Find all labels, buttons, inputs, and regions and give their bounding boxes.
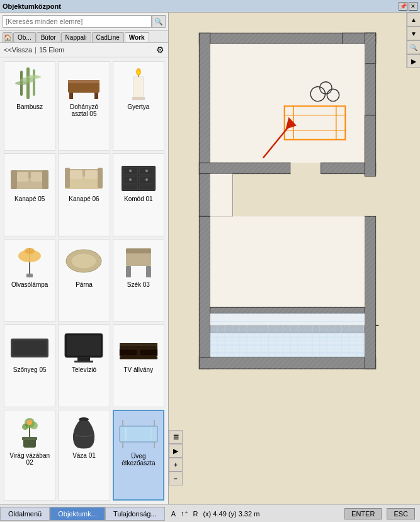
item-thumb-vase (62, 413, 106, 451)
cad-panel: ▲ ▼ 🔍 ▶ ☰ ▶ + − (169, 13, 420, 504)
item-label-sofa1: Kanapé 05 (14, 195, 45, 202)
item-chair[interactable]: Szék 03 (113, 239, 164, 322)
oldalMenu-button[interactable]: Oldalmenü (0, 507, 50, 521)
cad-tool-zoom[interactable]: 🔍 (407, 40, 420, 54)
cad-tool-plus[interactable]: + (169, 458, 183, 472)
item-vase[interactable]: Váza 01 (58, 410, 110, 501)
item-label-dresser: Komód 01 (124, 195, 153, 202)
search-bar: 🔍 (0, 13, 168, 31)
cad-tool-right[interactable]: ▶ (169, 444, 183, 458)
svg-point-66 (79, 417, 89, 421)
search-input[interactable] (3, 15, 152, 28)
svg-point-34 (129, 170, 132, 172)
item-sofa1[interactable]: Kanapé 05 (4, 153, 55, 236)
svg-rect-20 (31, 172, 42, 182)
close-button[interactable]: ✕ (409, 2, 417, 11)
app-container: Objektumközpont 📌 ✕ 🔍 🏠 Ob... Bútor Napp… (0, 0, 420, 522)
svg-rect-25 (70, 170, 82, 179)
svg-rect-146 (210, 307, 365, 313)
svg-rect-7 (69, 93, 73, 99)
svg-rect-10 (133, 77, 144, 99)
item-thumb-rug (8, 327, 52, 365)
item-pillow[interactable]: Párna (58, 239, 110, 322)
item-dresser[interactable]: Komód 01 (113, 153, 164, 236)
svg-point-43 (71, 253, 96, 269)
coord-arrow-icon: ↑⁺ (181, 509, 188, 518)
objektumk-button[interactable]: Objektumk... (50, 507, 105, 521)
svg-rect-52 (77, 357, 90, 361)
item-lamp[interactable]: Olvasólámpa (4, 239, 55, 322)
item-label-lamp: Olvasólámpa (11, 281, 48, 288)
item-label-tv: Televízió (72, 366, 96, 373)
coord-values: (x) 4.49 (y) 3.32 m (203, 510, 259, 518)
svg-rect-33 (139, 185, 154, 190)
item-tv[interactable]: Televízió (58, 324, 110, 407)
breadcrumb-sep: | (35, 46, 37, 54)
esc-button[interactable]: ESC (387, 508, 415, 519)
item-coffee-table[interactable]: Dohányzó asztal 05 (58, 61, 110, 151)
tab-nappali[interactable]: Nappali (61, 32, 91, 42)
item-thumb-sofa2 (62, 156, 106, 194)
svg-rect-111 (199, 216, 210, 369)
coord-a-icon: A (171, 510, 176, 518)
item-rug[interactable]: Szőnyeg 05 (4, 324, 55, 407)
svg-rect-9 (68, 80, 99, 83)
svg-rect-18 (42, 170, 48, 189)
svg-rect-113 (199, 358, 375, 369)
item-sofa2[interactable]: Kanapé 06 (58, 153, 110, 236)
svg-rect-8 (94, 93, 98, 99)
item-thumb-flower (8, 413, 52, 451)
item-label-rug: Szőnyeg 05 (13, 366, 47, 373)
svg-point-5 (27, 75, 41, 79)
main-content: 🔍 🏠 Ob... Bútor Nappali CadLine Work <<V… (0, 13, 420, 504)
item-thumb-glass-table (116, 414, 161, 451)
cad-tool-pan[interactable]: ▶ (407, 54, 420, 68)
svg-rect-115 (365, 216, 375, 369)
item-count: 15 Elem (39, 46, 64, 54)
item-thumb-dresser (116, 156, 161, 194)
settings-icon[interactable]: ⚙ (156, 45, 164, 55)
status-bar: Oldalmenü Objektumk... Tulajdonság... A … (0, 504, 420, 522)
back-button[interactable]: <<Vissza (4, 46, 32, 54)
item-bambusz[interactable]: Bambusz (4, 61, 55, 151)
enter-button[interactable]: ENTER (344, 508, 382, 519)
tab-butor[interactable]: Bútor (37, 32, 60, 42)
svg-rect-11 (132, 97, 145, 100)
svg-rect-49 (13, 340, 47, 356)
cad-tool-down[interactable]: ▼ (407, 26, 420, 40)
svg-point-65 (27, 420, 32, 425)
item-label-candle: Gyertya (127, 103, 149, 110)
item-label-bambusz: Bambusz (16, 103, 43, 110)
svg-rect-58 (120, 357, 157, 359)
cad-tool-up[interactable]: ▲ (407, 13, 420, 26)
svg-rect-79 (199, 33, 210, 173)
item-candle[interactable]: Gyertya (113, 61, 164, 151)
svg-point-63 (22, 424, 28, 430)
svg-rect-67 (120, 426, 157, 442)
item-thumb-sofa1 (8, 156, 52, 194)
tab-cadline[interactable]: CadLine (92, 32, 124, 42)
cad-left-toolbar: ☰ ▶ + − (169, 430, 183, 485)
svg-rect-60 (22, 437, 37, 440)
item-glass-table[interactable]: Üveg étkezőaszta (113, 410, 164, 501)
tab-work[interactable]: Work (125, 32, 149, 42)
item-thumb-tv-stand (116, 327, 161, 365)
pin-button[interactable]: 📌 (399, 2, 407, 11)
item-flower[interactable]: Virág vázában 02 (4, 410, 55, 501)
svg-rect-46 (126, 266, 131, 277)
floor-plan-svg (169, 13, 406, 504)
tab-home[interactable]: 🏠 (3, 32, 13, 42)
cad-right-toolbar: ▲ ▼ 🔍 ▶ (406, 13, 420, 68)
cad-tool-minus[interactable]: − (169, 472, 183, 485)
svg-rect-24 (98, 168, 103, 188)
item-tv-stand[interactable]: TV állvány (113, 324, 164, 407)
svg-rect-86 (365, 33, 375, 63)
svg-rect-147 (210, 313, 365, 356)
tulajdonsag-button[interactable]: Tulajdonság... (105, 507, 165, 521)
search-button[interactable]: 🔍 (152, 15, 166, 28)
cad-tool-menu[interactable]: ☰ (169, 430, 183, 444)
item-thumb-tv (62, 327, 106, 365)
tab-ob[interactable]: Ob... (13, 32, 36, 42)
svg-point-36 (129, 178, 132, 181)
svg-rect-32 (123, 185, 138, 190)
